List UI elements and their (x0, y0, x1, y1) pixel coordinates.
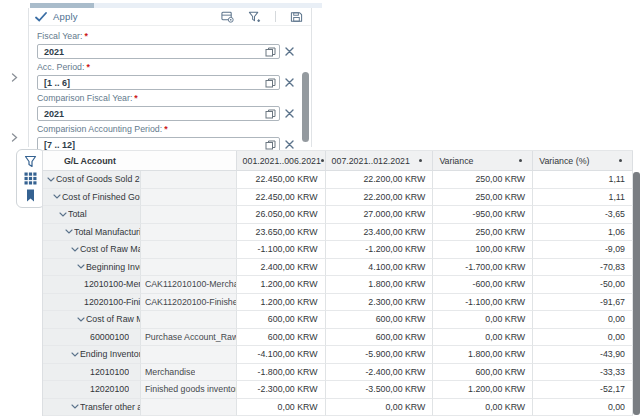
table-row[interactable]: Cost of Finished Goods 22.450,00 KRW 22.… (43, 189, 633, 207)
column-menu-dot-icon[interactable] (519, 159, 522, 162)
gl-account-cell[interactable]: Total Manufacturing ( (43, 224, 141, 242)
save-icon[interactable] (290, 11, 303, 23)
period1-value-cell: 26.050,00 KRW (237, 206, 326, 224)
account-description-cell (141, 224, 237, 242)
expand-row-icon[interactable] (10, 73, 19, 82)
chevron-down-icon[interactable] (58, 209, 68, 219)
table-row[interactable]: 12020100-Finish CAK112020100-Finished go… (43, 294, 633, 312)
field-comparision-accounting-period: Comparision Accounting Period:* [7 .. 12… (37, 124, 311, 152)
table-body: Cost of Goods Sold 2 yea 22.450,00 KRW 2… (43, 171, 633, 416)
variance-pct-value-cell: 0,00 (533, 399, 633, 417)
chevron-down-icon[interactable] (76, 262, 86, 272)
comparison-fiscal-year-input[interactable]: 2021 (37, 106, 280, 121)
table-row[interactable]: Total Manufacturing ( 23.650,00 KRW 23.4… (43, 224, 633, 242)
value-help-icon[interactable] (265, 109, 276, 119)
chevron-down-icon[interactable] (46, 174, 56, 184)
filter-icon[interactable] (24, 155, 37, 168)
table-row[interactable]: Cost of Goods Sold 2 yea 22.450,00 KRW 2… (43, 171, 633, 189)
show-filter-values-icon[interactable] (221, 11, 234, 23)
chevron-down-icon[interactable] (70, 244, 80, 254)
table-row[interactable]: Cost of Raw Mate 600,00 KRW 600,00 KRW 0… (43, 311, 633, 329)
gl-account-cell[interactable]: Cost of Goods Sold 2 yea (43, 171, 141, 189)
gl-account-cell[interactable]: 60000100 (43, 329, 141, 347)
account-description-cell: Merchandise (141, 364, 237, 382)
gl-account-label: 60000100 (90, 332, 129, 342)
clear-icon[interactable] (285, 109, 294, 118)
gl-account-column-header[interactable]: G/L Account (43, 151, 237, 171)
gl-account-cell[interactable]: Cost of Finished Goods (43, 189, 141, 207)
gl-account-label: Cost of Raw Materi (80, 244, 140, 254)
fiscal-year-input[interactable]: 2021 (37, 44, 280, 59)
add-filter-icon[interactable] (248, 11, 261, 23)
results-table: G/L Account 001.2021..006.2021 007.2021.… (42, 150, 633, 416)
variance-pct-column-header[interactable]: Variance (%) (533, 151, 633, 171)
gl-account-cell[interactable]: Total (43, 206, 141, 224)
gl-account-cell[interactable]: Transfer other acc (43, 399, 141, 417)
period1-column-header[interactable]: 001.2021..006.2021 (237, 151, 326, 171)
period1-value-cell: 1.200,00 KRW (237, 276, 326, 294)
gl-account-cell[interactable]: Cost of Raw Mate (43, 311, 141, 329)
variance-value-cell: -600,00 KRW (433, 276, 533, 294)
clear-icon[interactable] (285, 78, 294, 87)
field-label: Comparison Fiscal Year:* (37, 93, 311, 104)
gl-account-cell[interactable]: Beginning Invento (43, 259, 141, 277)
gl-account-cell[interactable]: 12010100-Merch (43, 276, 141, 294)
chevron-down-icon[interactable] (70, 402, 80, 412)
period2-column-header[interactable]: 007.2021..012.2021 (326, 151, 434, 171)
period2-value-cell: 0,00 KRW (326, 399, 434, 417)
gl-account-cell[interactable]: Ending Inventory (43, 346, 141, 364)
vertical-scrollbar-thumb[interactable] (302, 72, 309, 142)
table-row[interactable]: Beginning Invento 2.400,00 KRW 4.100,00 … (43, 259, 633, 277)
variance-pct-value-cell: 1,06 (533, 224, 633, 242)
field-label: Fiscal Year:* (37, 31, 311, 42)
table-row[interactable]: 60000100 Purchase Account_Raw Mate 600,0… (43, 329, 633, 347)
value-help-icon[interactable] (265, 47, 276, 57)
variance-value-cell: 0,00 KRW (433, 399, 533, 417)
table-row[interactable]: 12010100-Merch CAK112010100-Merchandise … (43, 276, 633, 294)
gl-account-label: Cost of Finished Goods (62, 192, 140, 202)
filter-panel: Apply Fiscal Year:* (28, 8, 312, 147)
period2-value-cell: -1.200,00 KRW (326, 241, 434, 259)
value-help-icon[interactable] (265, 140, 276, 150)
table-header-row: G/L Account 001.2021..006.2021 007.2021.… (43, 151, 633, 171)
chevron-down-icon[interactable] (76, 314, 86, 324)
variance-pct-value-cell: -91,67 (533, 294, 633, 312)
column-menu-dot-icon[interactable] (619, 159, 622, 162)
value-help-icon[interactable] (265, 78, 276, 88)
gl-account-cell[interactable]: Cost of Raw Materi (43, 241, 141, 259)
table-row[interactable]: Transfer other acc 0,00 KRW 0,00 KRW 0,0… (43, 399, 633, 417)
period2-value-cell: 27.000,00 KRW (326, 206, 434, 224)
account-description-cell (141, 311, 237, 329)
acc-period-input[interactable]: [1 .. 6] (37, 75, 280, 90)
required-asterisk: * (86, 62, 89, 72)
column-menu-dot-icon[interactable] (419, 159, 422, 162)
table-row[interactable]: Cost of Raw Materi -1.100,00 KRW -1.200,… (43, 241, 633, 259)
column-menu-dot-icon[interactable] (321, 159, 324, 162)
table-vertical-scrollbar[interactable] (633, 172, 640, 415)
input-value: [7 .. 12] (38, 140, 75, 150)
gl-account-label: Cost of Goods Sold 2 yea (56, 174, 140, 184)
expand-row-icon[interactable] (10, 133, 19, 142)
apply-check-icon (35, 12, 47, 22)
variance-column-header[interactable]: Variance (433, 151, 533, 171)
chevron-down-icon[interactable] (52, 192, 62, 202)
period2-value-cell: -2.400,00 KRW (326, 364, 434, 382)
clear-icon[interactable] (285, 47, 294, 56)
chevron-down-icon[interactable] (64, 227, 74, 237)
gl-account-cell[interactable]: 12020100-Finish (43, 294, 141, 312)
table-row[interactable]: 12010100 Merchandise -1.800,00 KRW -2.40… (43, 364, 633, 382)
account-description-cell (141, 241, 237, 259)
input-value: 2021 (38, 47, 64, 57)
required-asterisk: * (84, 31, 87, 41)
bookmark-icon[interactable] (24, 189, 37, 202)
table-row[interactable]: Ending Inventory -4.100,00 KRW -5.900,00… (43, 346, 633, 364)
gl-account-cell[interactable]: 12020100 (43, 381, 141, 399)
clear-icon[interactable] (285, 140, 294, 149)
chevron-down-icon[interactable] (70, 349, 80, 359)
apply-button[interactable]: Apply (53, 11, 78, 22)
table-row[interactable]: Total 26.050,00 KRW 27.000,00 KRW -950,0… (43, 206, 633, 224)
grid-icon[interactable] (24, 172, 37, 185)
gl-account-cell[interactable]: 12010100 (43, 364, 141, 382)
account-description-cell: CAK112020100-Finished goo (141, 294, 237, 312)
table-row[interactable]: 12020100 Finished goods inventory -2.300… (43, 381, 633, 399)
